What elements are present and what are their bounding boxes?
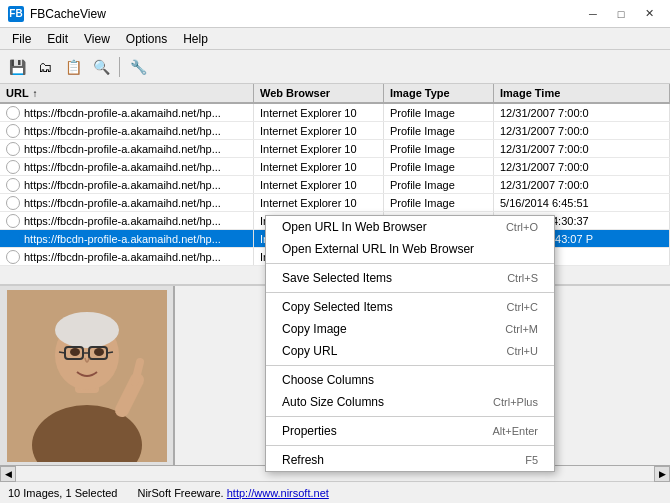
toolbar-copy[interactable]: 📋	[60, 54, 86, 80]
menu-options[interactable]: Options	[118, 30, 175, 48]
toolbar-find[interactable]: 🔍	[88, 54, 114, 80]
sort-icon: ↑	[33, 88, 38, 99]
ctx-separator-4	[266, 416, 554, 417]
image-pane	[0, 286, 175, 465]
toolbar-settings[interactable]: 🔧	[125, 54, 151, 80]
row-icon	[6, 196, 20, 210]
toolbar-open[interactable]: 🗂	[32, 54, 58, 80]
col-imgtype[interactable]: Image Type	[384, 84, 494, 102]
ctx-copy-url[interactable]: Copy URL Ctrl+U	[266, 340, 554, 362]
maximize-button[interactable]: □	[608, 4, 634, 24]
row-icon	[6, 250, 20, 264]
col-imgtime[interactable]: Image Time	[494, 84, 670, 102]
row-icon	[6, 142, 20, 156]
minimize-button[interactable]: ─	[580, 4, 606, 24]
scroll-left-arrow[interactable]: ◀	[0, 466, 16, 482]
ctx-open-url[interactable]: Open URL In Web Browser Ctrl+O	[266, 216, 554, 238]
title-bar-left: FB FBCacheView	[8, 6, 106, 22]
row-icon	[6, 106, 20, 120]
ctx-save[interactable]: Save Selected Items Ctrl+S	[266, 267, 554, 289]
ctx-copy-image[interactable]: Copy Image Ctrl+M	[266, 318, 554, 340]
row-icon-selected	[6, 232, 20, 246]
row-icon	[6, 214, 20, 228]
status-count: 10 Images, 1 Selected	[8, 487, 117, 499]
col-browser[interactable]: Web Browser	[254, 84, 384, 102]
title-bar: FB FBCacheView ─ □ ✕	[0, 0, 670, 28]
svg-line-12	[107, 352, 113, 353]
menu-file[interactable]: File	[4, 30, 39, 48]
menu-bar: File Edit View Options Help	[0, 28, 670, 50]
ctx-separator-1	[266, 263, 554, 264]
table-header: URL ↑ Web Browser Image Type Image Time	[0, 84, 670, 104]
row-icon	[6, 160, 20, 174]
menu-view[interactable]: View	[76, 30, 118, 48]
ctx-auto-size[interactable]: Auto Size Columns Ctrl+Plus	[266, 391, 554, 413]
ctx-separator-5	[266, 445, 554, 446]
table-row[interactable]: https://fbcdn-profile-a.akamaihd.net/hp.…	[0, 194, 670, 212]
svg-line-11	[59, 352, 65, 353]
row-icon	[6, 124, 20, 138]
ctx-refresh[interactable]: Refresh F5	[266, 449, 554, 471]
scroll-right-arrow[interactable]: ▶	[654, 466, 670, 482]
toolbar-separator	[119, 57, 120, 77]
toolbar: 💾 🗂 📋 🔍 🔧	[0, 50, 670, 84]
menu-edit[interactable]: Edit	[39, 30, 76, 48]
table-row[interactable]: https://fbcdn-profile-a.akamaihd.net/hp.…	[0, 140, 670, 158]
cached-image	[7, 290, 167, 462]
window-controls: ─ □ ✕	[580, 4, 662, 24]
svg-point-5	[55, 312, 119, 348]
ctx-separator-2	[266, 292, 554, 293]
svg-point-6	[70, 348, 80, 356]
status-bar: 10 Images, 1 Selected NirSoft Freeware. …	[0, 481, 670, 503]
context-menu: Open URL In Web Browser Ctrl+O Open Exte…	[265, 215, 555, 472]
app-icon: FB	[8, 6, 24, 22]
window-title: FBCacheView	[30, 7, 106, 21]
menu-help[interactable]: Help	[175, 30, 216, 48]
ctx-properties[interactable]: Properties Alt+Enter	[266, 420, 554, 442]
table-row[interactable]: https://fbcdn-profile-a.akamaihd.net/hp.…	[0, 158, 670, 176]
toolbar-save[interactable]: 💾	[4, 54, 30, 80]
ctx-choose-columns[interactable]: Choose Columns	[266, 369, 554, 391]
nirsoft-text: NirSoft Freeware.	[137, 487, 223, 499]
ctx-separator-3	[266, 365, 554, 366]
svg-line-14	[135, 362, 140, 382]
table-row[interactable]: https://fbcdn-profile-a.akamaihd.net/hp.…	[0, 104, 670, 122]
ctx-open-external[interactable]: Open External URL In Web Browser	[266, 238, 554, 260]
table-row[interactable]: https://fbcdn-profile-a.akamaihd.net/hp.…	[0, 122, 670, 140]
table-row[interactable]: https://fbcdn-profile-a.akamaihd.net/hp.…	[0, 176, 670, 194]
col-url[interactable]: URL ↑	[0, 84, 254, 102]
nirsoft-url[interactable]: http://www.nirsoft.net	[227, 487, 329, 499]
svg-point-7	[94, 348, 104, 356]
row-icon	[6, 178, 20, 192]
ctx-copy-items[interactable]: Copy Selected Items Ctrl+C	[266, 296, 554, 318]
close-button[interactable]: ✕	[636, 4, 662, 24]
